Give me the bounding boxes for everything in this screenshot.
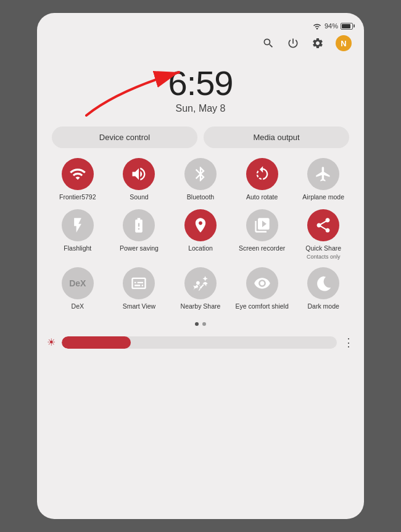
tile-screenrecorder[interactable]: Screen recorder [234, 209, 291, 260]
tile-label-dex: DeX [72, 302, 84, 311]
tile-darkmode[interactable]: Dark mode [295, 267, 352, 311]
action-bar: N [37, 35, 364, 55]
tile-label-airplane: Airplane mode [302, 193, 344, 202]
tile-icon-quickshare [307, 209, 339, 241]
tile-bluetooth[interactable]: Bluetooth [172, 158, 229, 202]
tile-wifi[interactable]: Frontier5792 [49, 158, 106, 202]
tile-powersaving[interactable]: Power saving [111, 209, 168, 260]
tile-label-smartview: Smart View [123, 302, 156, 311]
control-tabs: Device control Media output [37, 127, 364, 158]
search-button[interactable] [262, 36, 275, 50]
tile-icon-location [184, 209, 217, 241]
tile-label-flashlight: Flashlight [64, 244, 91, 253]
tile-sublabel-quickshare: Contacts only [307, 254, 341, 260]
brightness-icon: ☀ [47, 336, 56, 348]
user-avatar[interactable]: N [336, 35, 352, 51]
tile-icon-darkmode [307, 267, 339, 299]
tile-flashlight[interactable]: Flashlight [49, 209, 106, 260]
tile-label-nearbyshare: Nearby Share [181, 302, 221, 311]
tile-icon-airplane [307, 158, 339, 190]
tile-label-powersaving: Power saving [120, 244, 159, 253]
tile-icon-flashlight [62, 209, 94, 241]
tile-dex[interactable]: DeX DeX [49, 267, 106, 311]
tile-label-bluetooth: Bluetooth [187, 193, 214, 202]
tile-eyecomfort[interactable]: Eye comfort shield [234, 267, 291, 311]
dot-2 [202, 322, 206, 326]
tile-icon-powersaving [123, 209, 155, 241]
tile-icon-sound [123, 158, 155, 190]
tile-sound[interactable]: Sound [111, 158, 168, 202]
tile-airplane[interactable]: Airplane mode [295, 158, 352, 202]
tile-label-eyecomfort: Eye comfort shield [235, 302, 288, 311]
brightness-menu-icon[interactable]: ⋮ [343, 336, 354, 349]
settings-button[interactable] [311, 36, 325, 50]
brightness-fill [62, 336, 131, 349]
battery-percent: 94% [325, 22, 338, 30]
status-icons: 94% [312, 22, 353, 30]
brightness-track[interactable] [62, 336, 337, 349]
media-output-tab[interactable]: Media output [204, 127, 349, 148]
tile-label-wifi: Frontier5792 [59, 193, 96, 202]
quick-tiles-grid: Frontier5792 Sound Bluetooth Auto rotate [37, 158, 364, 318]
tile-icon-screenrecorder [246, 209, 278, 241]
page-dots [37, 318, 364, 332]
tile-location[interactable]: Location [172, 209, 229, 260]
tile-label-screenrecorder: Screen recorder [239, 244, 285, 253]
tile-icon-dex: DeX [62, 267, 94, 299]
tile-label-quickshare: Quick Share [305, 244, 341, 253]
tile-label-autorotate: Auto rotate [246, 193, 278, 202]
dot-1 [195, 322, 199, 326]
tile-icon-smartview [123, 267, 155, 299]
power-button[interactable] [286, 36, 300, 50]
tile-icon-wifi [62, 158, 94, 190]
tile-smartview[interactable]: Smart View [111, 267, 168, 311]
tile-icon-nearbyshare [184, 267, 217, 299]
clock-time: 6:59 [168, 66, 233, 101]
wifi-status-icon [312, 22, 322, 30]
battery-fill [342, 24, 350, 28]
tile-nearbyshare[interactable]: Nearby Share [172, 267, 229, 311]
clock-area: 6:59 Sun, May 8 [37, 55, 364, 127]
tile-icon-bluetooth [184, 158, 217, 190]
tile-label-sound: Sound [130, 193, 148, 202]
tile-icon-autorotate [246, 158, 278, 190]
battery-icon [341, 23, 353, 30]
device-control-tab[interactable]: Device control [52, 127, 197, 148]
tile-label-location: Location [188, 244, 213, 253]
status-bar: 94% [37, 13, 364, 35]
brightness-bar-row: ☀ ⋮ [37, 332, 364, 357]
clock-date: Sun, May 8 [176, 103, 226, 114]
tile-icon-eyecomfort [246, 267, 278, 299]
tile-autorotate[interactable]: Auto rotate [234, 158, 291, 202]
phone-panel: 94% [37, 13, 364, 519]
tile-quickshare[interactable]: Quick Share Contacts only [295, 209, 352, 260]
tile-label-darkmode: Dark mode [308, 302, 339, 311]
